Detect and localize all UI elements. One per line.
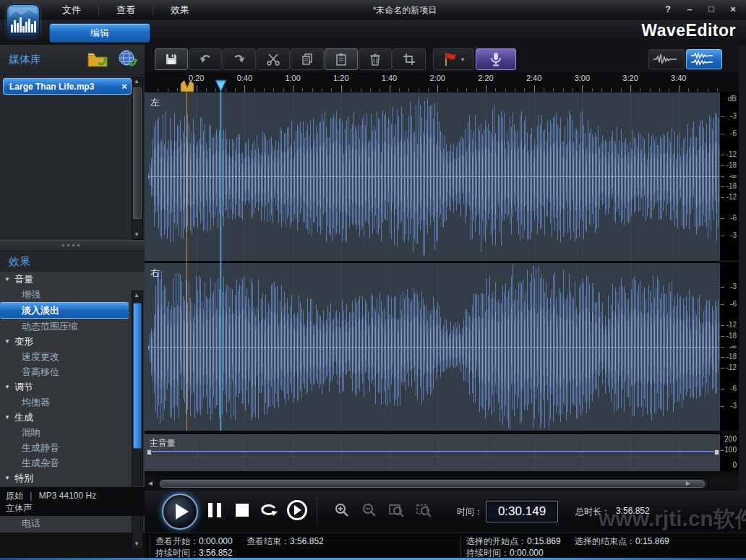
tab-edit[interactable]: 编辑	[49, 23, 150, 43]
timeline-tick	[630, 85, 631, 92]
effects-item[interactable]: 生成静音	[0, 440, 145, 455]
master-volume-scale: 2001000	[720, 434, 739, 471]
flag-marker-button[interactable]: ▾	[433, 48, 473, 70]
volume-envelope-line[interactable]	[148, 451, 716, 452]
import-web-icon[interactable]	[117, 49, 140, 72]
effects-item[interactable]: 速度更改	[0, 349, 145, 364]
effects-item[interactable]: 混响	[0, 425, 145, 440]
copy-button[interactable]	[291, 48, 324, 70]
scroll-up-icon[interactable]: ▲	[132, 77, 141, 86]
trim-button[interactable]	[393, 48, 426, 70]
help-button[interactable]: ?	[661, 3, 675, 15]
tab-row: 编辑 WaveEditor	[0, 20, 746, 45]
menu-item-1[interactable]: 查看	[99, 0, 153, 20]
db-tick	[721, 287, 724, 288]
save-button[interactable]	[155, 48, 188, 70]
left-channel-panel[interactable]: 左	[145, 92, 720, 262]
scroll-down-icon[interactable]: ▼	[132, 540, 141, 548]
effects-group[interactable]: ▼音量	[0, 272, 145, 287]
stop-button[interactable]	[231, 500, 253, 520]
timeline-tick	[390, 85, 390, 92]
right-channel-panel[interactable]: 右	[145, 262, 720, 432]
effects-item[interactable]: 生成杂音	[0, 455, 145, 470]
play-button[interactable]	[162, 494, 198, 530]
db-tick-label: -3	[730, 402, 737, 410]
selection-marker-icon[interactable]	[180, 79, 194, 95]
db-tick-label: -18	[726, 353, 737, 361]
effects-item[interactable]: 均衡器	[0, 395, 145, 410]
app-logo-icon	[7, 4, 40, 38]
db-tick	[721, 197, 724, 198]
effects-item[interactable]: 增强	[0, 287, 145, 302]
effects-item[interactable]: 淡入淡出	[0, 302, 129, 319]
menu-item-2[interactable]: 效果	[153, 0, 207, 20]
undo-button[interactable]	[189, 48, 222, 70]
cut-button[interactable]	[257, 48, 290, 70]
redo-button[interactable]	[223, 48, 256, 70]
effects-group[interactable]: ▼变形	[0, 334, 145, 349]
grid-line	[582, 434, 583, 472]
grid-line	[341, 434, 342, 472]
loop-button[interactable]	[258, 500, 280, 520]
record-button[interactable]	[476, 48, 516, 70]
effects-group-label: 调节	[14, 382, 33, 392]
minimize-button[interactable]: –	[682, 3, 697, 15]
dual-wave-view-toggle[interactable]	[686, 49, 722, 69]
master-volume-track[interactable]: 主音量	[145, 434, 720, 473]
db-tick	[721, 325, 724, 326]
timeline-ruler[interactable]: 0:200:401:001:201:402:002:202:403:003:20…	[145, 72, 746, 92]
db-tick-label: -12	[726, 321, 737, 329]
envelope-handle[interactable]	[147, 449, 152, 455]
zoom-selection-button[interactable]	[386, 500, 408, 520]
effects-item[interactable]: 音高移位	[0, 364, 145, 379]
hscroll-thumb[interactable]	[160, 480, 705, 488]
pause-button[interactable]	[204, 500, 226, 520]
media-list-scrollbar[interactable]: ▲ ▼	[132, 77, 143, 240]
chevron-down-icon: ▼	[4, 470, 10, 486]
flag-dropdown-icon[interactable]: ▾	[461, 56, 465, 63]
timeline-label: 2:20	[478, 74, 493, 82]
playhead-icon[interactable]	[215, 79, 227, 95]
media-item-selected[interactable]: Large Than Life.mp3 ×	[3, 78, 132, 95]
zoom-fit-button[interactable]	[413, 500, 435, 520]
title-bar: 文件查看效果 *未命名的新项目 ? – □ ×	[0, 0, 746, 20]
zoom-out-button[interactable]	[359, 500, 380, 520]
scroll-up-icon[interactable]: ▲	[132, 291, 141, 300]
scroll-right-icon[interactable]: ►	[682, 478, 694, 489]
timeline-label: 1:00	[285, 74, 300, 82]
scroll-down-icon[interactable]: ▼	[132, 231, 141, 239]
db-tick-label: -3	[730, 283, 737, 290]
timeline-label: 3:00	[575, 74, 590, 82]
horizontal-scrollbar[interactable]: ◄ ►	[145, 476, 720, 491]
paste-button[interactable]	[325, 48, 358, 70]
volume-scale-label: 100	[724, 446, 737, 454]
effects-item[interactable]: 动态范围压缩	[0, 319, 145, 334]
effects-group[interactable]: ▼生成	[0, 410, 145, 425]
db-unit-label: dB	[728, 95, 737, 103]
envelope-handle[interactable]	[714, 449, 719, 455]
timeline-label: 0:40	[237, 74, 252, 82]
menu-item-0[interactable]: 文件	[45, 0, 98, 20]
close-button[interactable]: ×	[726, 3, 740, 15]
panel-splitter[interactable]	[0, 240, 145, 251]
play-selection-button[interactable]	[286, 500, 308, 520]
effects-group[interactable]: ▼调节	[0, 379, 145, 395]
status-bar: 查看开始：0:00.000 查看结束：3:56.852 持续时间：3:56.85…	[145, 533, 746, 560]
scroll-left-icon[interactable]: ◄	[145, 478, 156, 489]
effects-scroll-thumb[interactable]	[133, 303, 142, 449]
main-toolbar: ▾	[145, 45, 746, 72]
media-item-close-icon[interactable]: ×	[118, 81, 131, 92]
maximize-button[interactable]: □	[704, 3, 719, 15]
effects-group[interactable]: ▼特别	[0, 470, 145, 486]
time-display[interactable]: 0:30.149	[486, 501, 558, 522]
import-file-icon[interactable]	[87, 49, 110, 72]
zoom-in-button[interactable]	[331, 500, 353, 520]
grid-line	[486, 434, 486, 472]
delete-button[interactable]	[359, 48, 392, 70]
single-wave-view-toggle[interactable]	[648, 49, 685, 69]
media-scroll-thumb[interactable]	[133, 87, 142, 219]
left-channel-label: 左	[150, 96, 160, 109]
db-tick	[721, 389, 724, 389]
timeline-tick	[534, 85, 535, 92]
effects-item[interactable]: 电话	[0, 516, 145, 531]
